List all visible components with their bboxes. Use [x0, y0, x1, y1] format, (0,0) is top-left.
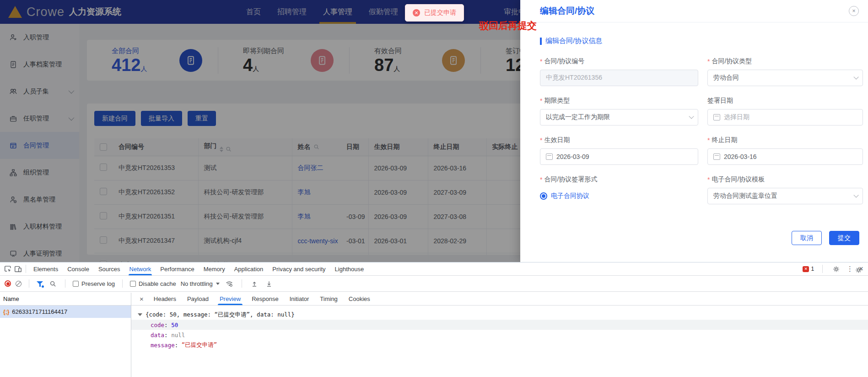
detail-tab-response[interactable]: Response: [246, 293, 284, 305]
calendar-icon: [546, 153, 553, 160]
tab-elements[interactable]: Elements: [29, 262, 63, 275]
tab-console[interactable]: Console: [63, 262, 94, 275]
field-start-date: *生效日期 2026-03-09: [540, 136, 698, 165]
field-label: 合同/协议编号: [544, 57, 584, 66]
preserve-log-label: Preserve log: [81, 280, 115, 287]
end-date-input[interactable]: 2026-03-16: [707, 148, 863, 165]
json-entry-data[interactable]: data: null: [131, 330, 868, 340]
error-count-badge[interactable]: ✕1: [803, 266, 814, 272]
field-contract-code: *合同/协议编号 中竟发HT20261356: [540, 57, 698, 86]
contract-code-input[interactable]: 中竟发HT20261356: [540, 70, 698, 86]
required-mark: *: [540, 137, 542, 144]
required-mark: *: [707, 58, 710, 65]
field-label: 生效日期: [544, 136, 570, 144]
clear-icon[interactable]: [16, 281, 22, 287]
tab-application[interactable]: Application: [230, 262, 268, 275]
inspect-icon[interactable]: [3, 264, 13, 273]
drawer-title: 编辑合同/协议: [540, 5, 594, 17]
name-column-header[interactable]: Name: [0, 293, 131, 306]
detail-tab-preview[interactable]: Preview: [214, 293, 246, 305]
tab-lighthouse[interactable]: Lighthouse: [330, 262, 369, 275]
detail-tab-initiator[interactable]: Initiator: [284, 293, 315, 305]
required-mark: *: [707, 176, 710, 183]
section-accent-bar: [540, 38, 542, 45]
field-template: *电子合同/协议模板 劳动合同测试盖章位置: [707, 175, 863, 204]
tab-memory[interactable]: Memory: [199, 262, 230, 275]
contract-form: *合同/协议编号 中竟发HT20261356 *合同/协议类型 劳动合同 *期限…: [540, 57, 868, 204]
throttling-value: No throttling: [181, 280, 213, 287]
cancel-button[interactable]: 取消: [792, 231, 822, 245]
field-term-type: *期限类型 以完成一定工作为期限: [540, 97, 698, 126]
radio-selected-icon: [540, 192, 547, 200]
divider: [122, 279, 123, 288]
section-title: 编辑合同/协议信息: [545, 37, 602, 45]
network-conditions-icon[interactable]: [224, 279, 234, 288]
drawer-section-header: 编辑合同/协议信息: [540, 37, 868, 45]
tab-performance[interactable]: Performance: [156, 262, 199, 275]
checkbox-icon: [130, 281, 136, 287]
required-mark: *: [707, 137, 710, 144]
request-row-selected[interactable]: {;} 62633171711164417: [0, 306, 131, 318]
detail-tab-payload[interactable]: Payload: [182, 293, 214, 305]
export-har-icon[interactable]: [264, 279, 274, 288]
checkbox-icon: [73, 281, 79, 287]
hr-app-window: Crowe 人力资源系统 首页 招聘管理 人事管理 假勤管理 薪酬管理 审批中心…: [0, 0, 868, 262]
kebab-menu-icon[interactable]: ⋮: [846, 265, 853, 273]
disable-cache-checkbox[interactable]: Disable cache: [130, 280, 176, 287]
sign-date-input[interactable]: 选择日期: [707, 109, 863, 126]
network-toolbar: Preserve log Disable cache No throttling: [0, 276, 868, 292]
error-icon: ✕: [803, 266, 809, 272]
drawer-header: 编辑合同/协议 ×: [520, 0, 868, 22]
detail-tabbar: × Headers Payload Preview Response Initi…: [131, 293, 868, 306]
preserve-log-checkbox[interactable]: Preserve log: [73, 280, 115, 287]
chevron-down-icon: [853, 192, 858, 197]
edit-contract-drawer: 编辑合同/协议 × 编辑合同/协议信息 *合同/协议编号 中竟发HT202613…: [520, 0, 868, 262]
network-search-icon[interactable]: [48, 279, 58, 288]
network-split-view: Name {;} 62633171711164417 × Headers Pay…: [0, 293, 868, 377]
term-type-select[interactable]: 以完成一定工作为期限: [540, 109, 698, 126]
error-circle-icon: ✕: [413, 9, 420, 16]
request-list-pane: Name {;} 62633171711164417: [0, 293, 131, 377]
field-label: 签署日期: [707, 97, 733, 105]
field-end-date: *终止日期 2026-03-16: [707, 136, 863, 165]
contract-type-select[interactable]: 劳动合同: [707, 70, 863, 86]
divider: [242, 279, 242, 288]
network-settings-gear-icon[interactable]: [853, 265, 863, 274]
settings-gear-icon[interactable]: [831, 264, 841, 273]
filter-funnel-icon[interactable]: [37, 281, 43, 287]
devtools-tabbar: Elements Console Sources Network Perform…: [0, 262, 868, 276]
detail-tab-timing[interactable]: Timing: [314, 293, 343, 305]
annotation-text: 驳回后再提交: [479, 19, 537, 32]
tab-privacy[interactable]: Privacy and security: [268, 262, 330, 275]
json-entry-code[interactable]: code: 50: [131, 320, 868, 330]
detail-tab-cookies[interactable]: Cookies: [343, 293, 376, 305]
screen: Crowe 人力资源系统 首页 招聘管理 人事管理 假勤管理 薪酬管理 审批中心…: [0, 0, 868, 377]
field-label: 合同/协议类型: [712, 57, 752, 66]
template-select[interactable]: 劳动合同测试盖章位置: [707, 188, 863, 204]
calendar-icon: [713, 114, 720, 120]
dropdown-arrow-icon: [216, 283, 220, 285]
required-mark: *: [540, 58, 542, 65]
disable-cache-label: Disable cache: [139, 280, 176, 287]
request-detail-pane: × Headers Payload Preview Response Initi…: [131, 293, 868, 377]
chevron-down-icon: [853, 74, 858, 79]
electronic-contract-radio[interactable]: 电子合同协议: [540, 188, 698, 204]
error-count: 1: [811, 266, 814, 272]
json-root-node[interactable]: {code: 50, message: “已提交申请”, data: null}: [131, 310, 868, 320]
devtools-panel: Elements Console Sources Network Perform…: [0, 262, 868, 377]
start-date-input[interactable]: 2026-03-09: [540, 148, 698, 165]
tab-network[interactable]: Network: [125, 262, 156, 275]
tab-sources[interactable]: Sources: [94, 262, 125, 275]
divider: [26, 265, 26, 273]
import-har-icon[interactable]: [249, 279, 259, 288]
json-root-summary: {code: 50, message: “已提交申请”, data: null}: [146, 311, 295, 319]
submit-button[interactable]: 提交: [829, 231, 859, 245]
json-entry-message[interactable]: message: “已提交申请”: [131, 340, 868, 350]
device-toolbar-icon[interactable]: [13, 264, 23, 273]
detail-close-icon[interactable]: ×: [135, 295, 148, 303]
detail-tab-headers[interactable]: Headers: [148, 293, 182, 305]
toast-message: 已提交申请: [424, 9, 456, 17]
close-icon[interactable]: ×: [849, 6, 859, 16]
record-icon[interactable]: [5, 280, 11, 287]
throttling-select[interactable]: No throttling: [181, 280, 220, 287]
